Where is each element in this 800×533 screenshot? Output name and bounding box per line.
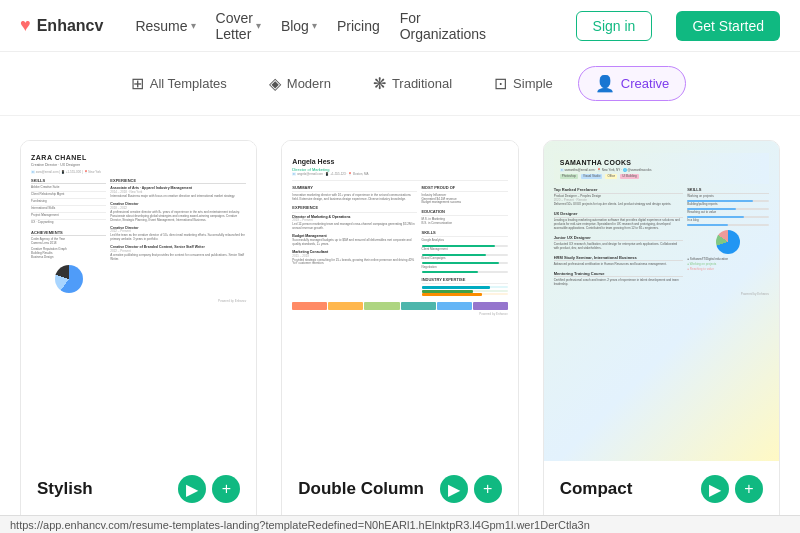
nav-pricing[interactable]: Pricing: [337, 18, 380, 34]
modern-icon: ◈: [269, 74, 281, 93]
grid-icon: ⊞: [131, 74, 144, 93]
tab-creative[interactable]: 👤 Creative: [578, 66, 686, 101]
creative-icon: 👤: [595, 74, 615, 93]
card-stylish: ZARA CHANEL Creative Director · UX Desig…: [20, 140, 257, 533]
tab-simple[interactable]: ⊡ Simple: [477, 66, 570, 101]
simple-icon: ⊡: [494, 74, 507, 93]
card-title-double: Double Column: [298, 479, 424, 499]
use-button-double[interactable]: +: [474, 475, 502, 503]
tab-traditional[interactable]: ❋ Traditional: [356, 66, 469, 101]
nav-resume[interactable]: Resume ▾: [135, 18, 195, 34]
logo-text: Enhancv: [37, 17, 104, 35]
use-button-compact[interactable]: +: [735, 475, 763, 503]
preview-button-double[interactable]: ▶: [440, 475, 468, 503]
status-bar: https://app.enhancv.com/resume-templates…: [0, 515, 800, 533]
filter-bar: ⊞ All Templates ◈ Modern ❋ Traditional ⊡…: [0, 52, 800, 116]
card-preview-stylish[interactable]: ZARA CHANEL Creative Director · UX Desig…: [21, 141, 256, 461]
get-started-button[interactable]: Get Started: [676, 11, 780, 41]
card-double-column: Angela Hess Director of Marketing 📧 ange…: [281, 140, 518, 533]
card-title-compact: Compact: [560, 479, 633, 499]
tab-all-templates[interactable]: ⊞ All Templates: [114, 66, 244, 101]
use-button-stylish[interactable]: +: [212, 475, 240, 503]
card-preview-compact[interactable]: SAMANTHA COOKS 📧 samantha@email.com · 📍 …: [544, 141, 779, 461]
navbar: ♥ Enhancv Resume ▾ Cover Letter ▾ Blog ▾…: [0, 0, 800, 52]
logo[interactable]: ♥ Enhancv: [20, 15, 103, 36]
nav-cover-letter[interactable]: Cover Letter ▾: [216, 10, 261, 42]
nav-blog[interactable]: Blog ▾: [281, 18, 317, 34]
cards-grid: ZARA CHANEL Creative Director · UX Desig…: [0, 116, 800, 533]
chevron-down-icon: ▾: [191, 20, 196, 31]
chevron-down-icon: ▾: [256, 20, 261, 31]
nav-links: Resume ▾ Cover Letter ▾ Blog ▾ Pricing F…: [135, 10, 486, 42]
card-preview-double[interactable]: Angela Hess Director of Marketing 📧 ange…: [282, 141, 517, 461]
card-title-stylish: Stylish: [37, 479, 93, 499]
preview-button-stylish[interactable]: ▶: [178, 475, 206, 503]
card-compact: SAMANTHA COOKS 📧 samantha@email.com · 📍 …: [543, 140, 780, 533]
chevron-down-icon: ▾: [312, 20, 317, 31]
status-url: https://app.enhancv.com/resume-templates…: [10, 519, 590, 531]
signin-button[interactable]: Sign in: [576, 11, 653, 41]
logo-heart-icon: ♥: [20, 15, 31, 36]
nav-organizations[interactable]: For Organizations: [400, 10, 486, 42]
tab-modern[interactable]: ◈ Modern: [252, 66, 348, 101]
traditional-icon: ❋: [373, 74, 386, 93]
preview-button-compact[interactable]: ▶: [701, 475, 729, 503]
